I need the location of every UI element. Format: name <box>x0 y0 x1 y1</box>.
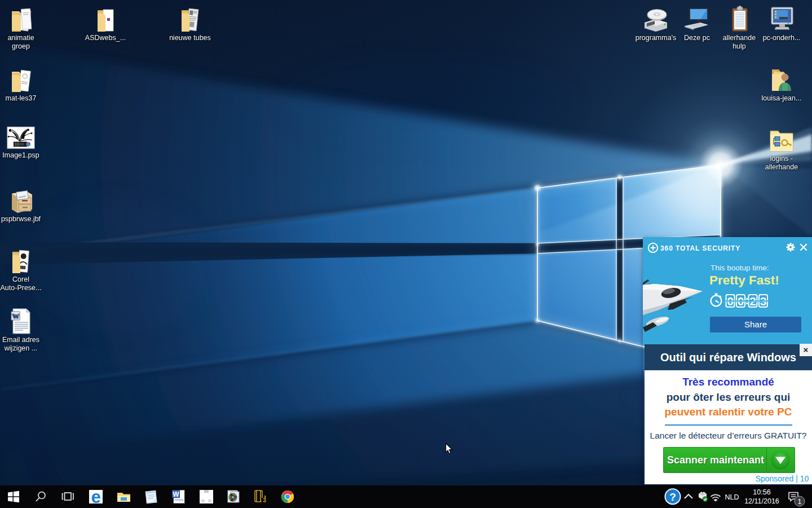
svg-text:10:56: 10:56 <box>753 488 770 496</box>
svg-text:W: W <box>12 312 19 320</box>
svg-text:This bootup time:: This bootup time: <box>710 264 769 272</box>
svg-text:?: ? <box>669 491 676 503</box>
svg-text:NLD: NLD <box>725 493 739 501</box>
svg-text:12/11/2016: 12/11/2016 <box>744 497 779 505</box>
svg-text:e: e <box>91 487 100 507</box>
svg-text:Share: Share <box>744 319 767 329</box>
svg-text:W: W <box>173 491 179 498</box>
svg-text::: : <box>745 294 749 306</box>
svg-text:Pretty Fast!: Pretty Fast! <box>709 273 779 287</box>
svg-text:360 TOTAL SECURITY: 360 TOTAL SECURITY <box>660 244 740 252</box>
svg-text:3: 3 <box>263 497 266 503</box>
svg-text:1: 1 <box>798 498 802 506</box>
